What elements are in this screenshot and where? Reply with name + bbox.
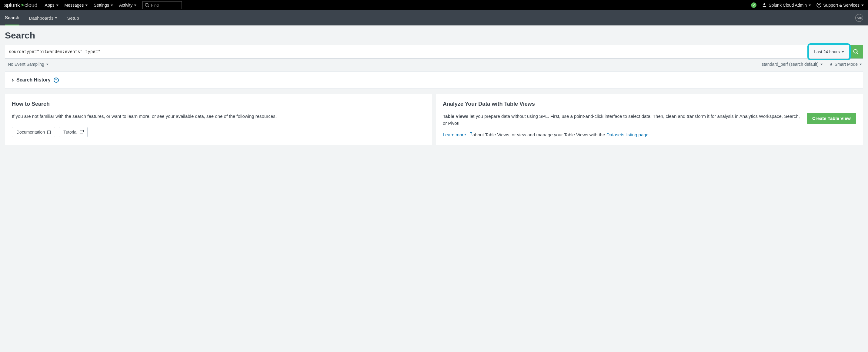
chevron-down-icon [860, 64, 862, 65]
search-bar: Last 24 hours [5, 45, 863, 59]
create-table-view-button[interactable]: Create Table View [807, 113, 856, 124]
info-cards: How to Search If you are not familiar wi… [5, 94, 863, 145]
menu-settings[interactable]: Settings [94, 3, 113, 7]
table-views-card: Analyze Your Data with Table Views Table… [436, 94, 863, 145]
documentation-button[interactable]: Documentation [12, 127, 55, 137]
health-status-icon[interactable]: ✓ [751, 2, 756, 8]
search-mode-dropdown[interactable]: ♟ Smart Mode [830, 62, 862, 67]
user-menu[interactable]: Splunk Cloud Admin [762, 3, 811, 7]
time-range-label: Last 24 hours [814, 50, 840, 54]
svg-line-1 [148, 6, 149, 7]
card-title: How to Search [12, 101, 425, 107]
menu-messages[interactable]: Messages [65, 3, 88, 7]
app-badge[interactable]: App [855, 14, 863, 22]
chevron-down-icon [56, 4, 59, 6]
search-history-label: Search History [17, 77, 51, 83]
top-right: ✓ Splunk Cloud Admin ? Support & Service… [751, 2, 864, 8]
lightbulb-icon: ♟ [830, 62, 833, 66]
top-menu: Apps Messages Settings Activity [45, 3, 137, 7]
search-history-toggle[interactable]: Search History ? [11, 77, 857, 83]
tab-setup[interactable]: Setup [67, 10, 79, 26]
search-history-panel: Search History ? [5, 71, 863, 89]
search-icon [145, 3, 149, 7]
card-body: Table Views let you prepare data without… [443, 113, 801, 127]
search-options-row: No Event Sampling standard_perf (search … [5, 59, 863, 67]
help-icon[interactable]: ? [54, 77, 59, 83]
find-placeholder: Find [151, 3, 158, 7]
tab-dashboards[interactable]: Dashboards [29, 10, 58, 26]
datasets-listing-link[interactable]: Datasets listing page. [607, 132, 650, 137]
learn-more-link[interactable]: Learn more [443, 132, 471, 137]
chevron-down-icon [809, 4, 811, 6]
user-label: Splunk Cloud Admin [769, 3, 807, 7]
svg-point-2 [764, 3, 765, 5]
logo[interactable]: splunk > cloud [4, 2, 38, 8]
search-icon [853, 49, 859, 55]
find-input[interactable]: Find [143, 1, 182, 9]
app-nav: Search Dashboards Setup App [0, 10, 868, 26]
search-input[interactable] [5, 45, 809, 59]
search-button[interactable] [849, 45, 863, 59]
global-nav: splunk > cloud Apps Messages Settings Ac… [0, 0, 868, 10]
svg-text:?: ? [818, 4, 820, 7]
chevron-down-icon [134, 4, 136, 6]
support-menu[interactable]: ? Support & Services [816, 3, 864, 7]
logo-text-cloud: cloud [25, 2, 38, 8]
chevron-down-icon [46, 64, 49, 65]
page-title: Search [5, 30, 863, 41]
svg-point-5 [854, 50, 858, 53]
menu-apps[interactable]: Apps [45, 3, 59, 7]
card-title: Analyze Your Data with Table Views [443, 101, 856, 107]
workload-pool-dropdown[interactable]: standard_perf (search default) [762, 62, 823, 67]
tab-search[interactable]: Search [5, 10, 20, 26]
chevron-down-icon [861, 4, 864, 6]
chevron-right-icon [11, 78, 14, 82]
time-range-picker[interactable]: Last 24 hours [809, 45, 849, 59]
logo-text-main: splunk [4, 2, 20, 8]
chevron-down-icon [55, 17, 57, 19]
svg-line-6 [857, 53, 858, 54]
logo-chevron-icon: > [21, 2, 24, 8]
external-link-icon [47, 131, 51, 134]
chevron-down-icon [820, 64, 823, 65]
chevron-down-icon [842, 51, 844, 53]
help-icon: ? [816, 3, 821, 7]
svg-point-0 [145, 3, 148, 6]
tutorial-button[interactable]: Tutorial [59, 127, 88, 137]
card-links: Learn more about Table Views, or view an… [443, 131, 801, 138]
card-body: If you are not familiar with the search … [12, 113, 425, 120]
external-link-icon [80, 131, 83, 134]
page-body: Search Last 24 hours No Event Sampling s… [0, 26, 868, 150]
menu-activity[interactable]: Activity [119, 3, 136, 7]
how-to-search-card: How to Search If you are not familiar wi… [5, 94, 432, 145]
chevron-down-icon [111, 4, 113, 6]
chevron-down-icon [85, 4, 88, 6]
external-link-icon [468, 133, 471, 136]
support-label: Support & Services [823, 3, 860, 7]
user-icon [762, 3, 767, 7]
event-sampling-dropdown[interactable]: No Event Sampling [8, 62, 49, 67]
